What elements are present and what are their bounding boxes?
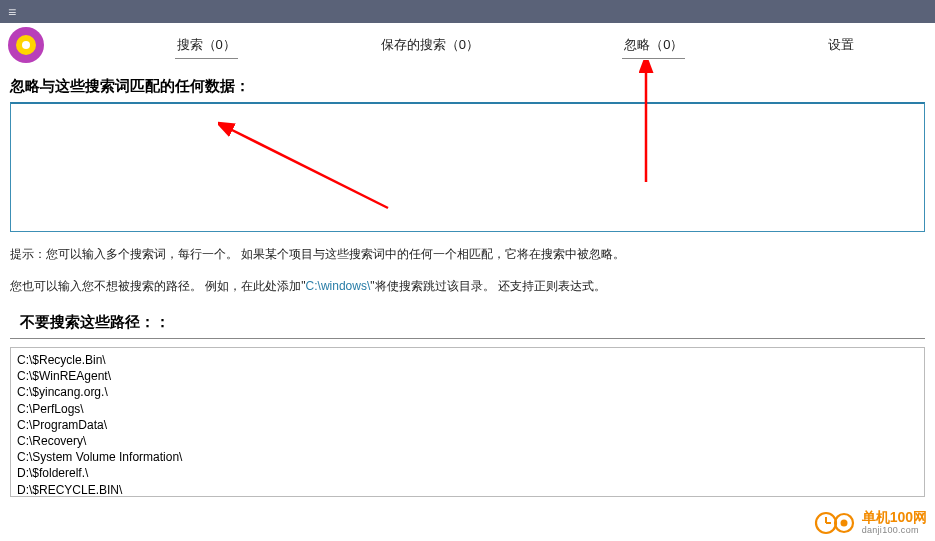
tab-search[interactable]: 搜索（0） xyxy=(175,32,238,59)
top-nav: 搜索（0） 保存的搜索（0） 忽略（0） 设置 xyxy=(0,23,935,67)
svg-point-6 xyxy=(840,520,847,527)
ignore-paths-heading: 不要搜索这些路径：： xyxy=(10,299,925,339)
hint-path: C:\windows\ xyxy=(306,279,371,293)
watermark-icon xyxy=(814,509,856,537)
tab-settings[interactable]: 设置 xyxy=(826,32,856,58)
hamburger-icon[interactable]: ≡ xyxy=(8,5,16,19)
tab-ignore[interactable]: 忽略（0） xyxy=(622,32,685,59)
watermark: 单机100网 danji100.com xyxy=(814,509,927,537)
hint-text-1: 提示：您可以输入多个搜索词，每行一个。 如果某个项目与这些搜索词中的任何一个相匹… xyxy=(0,235,935,267)
ignore-terms-input[interactable] xyxy=(10,102,925,232)
tab-saved-search[interactable]: 保存的搜索（0） xyxy=(379,32,481,58)
ignore-paths-box[interactable]: C:\$Recycle.Bin\ C:\$WinREAgent\ C:\$yin… xyxy=(10,347,925,497)
tab-bar: 搜索（0） 保存的搜索（0） 忽略（0） 设置 xyxy=(104,32,927,59)
hint-2b: "将使搜索跳过该目录。 还支持正则表达式。 xyxy=(370,279,606,293)
ignore-terms-heading: 忽略与这些搜索词匹配的任何数据： xyxy=(0,67,935,102)
window-titlebar: ≡ xyxy=(0,0,935,23)
app-logo xyxy=(8,27,44,63)
hint-text-2: 您也可以输入您不想被搜索的路径。 例如，在此处添加"C:\windows\"将使… xyxy=(0,267,935,299)
hint-2a: 您也可以输入您不想被搜索的路径。 例如，在此处添加" xyxy=(10,279,306,293)
watermark-url: danji100.com xyxy=(862,526,927,536)
watermark-title: 单机100网 xyxy=(862,510,927,525)
